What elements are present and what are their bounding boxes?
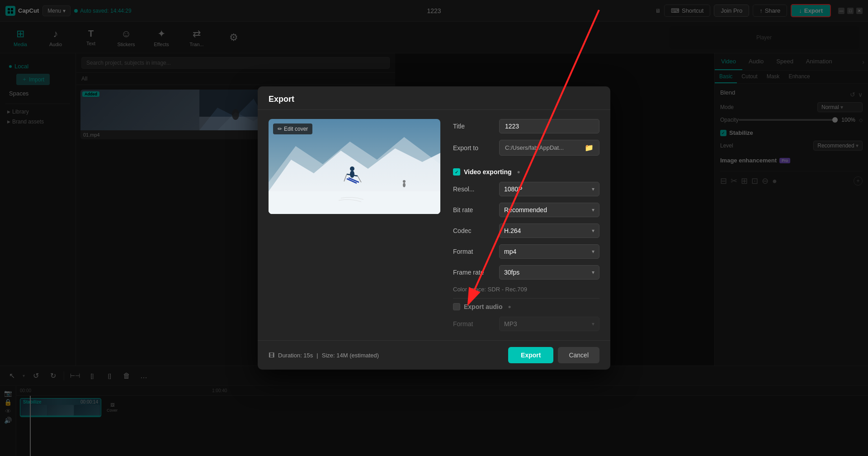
- format-arrow: ▾: [592, 248, 594, 255]
- color-space-text: Color space: SDR - Rec.709: [453, 286, 599, 293]
- codec-select[interactable]: H.264 ▾: [499, 223, 599, 238]
- audio-info-icon: ●: [508, 304, 511, 310]
- resolution-select[interactable]: 1080P ▾: [499, 182, 599, 196]
- framerate-row: Frame rate 30fps ▾: [453, 265, 599, 280]
- svg-point-20: [403, 183, 406, 187]
- resolution-label: Resol...: [453, 185, 494, 193]
- audio-checkbox[interactable]: [453, 303, 460, 310]
- export-modal: Export: [258, 86, 610, 370]
- title-row: Title: [453, 119, 599, 133]
- separator: |: [316, 352, 318, 359]
- cancel-button[interactable]: Cancel: [558, 347, 599, 363]
- preview-image: ✏ Edit cover: [269, 119, 440, 214]
- export-path[interactable]: C:/Users/fab/AppDat... 📁: [499, 140, 599, 156]
- framerate-select[interactable]: 30fps ▾: [499, 265, 599, 280]
- film-icon: 🎞: [269, 352, 274, 359]
- svg-point-13: [350, 171, 354, 178]
- video-checkbox[interactable]: ✓: [453, 168, 460, 176]
- export-to-label: Export to: [453, 144, 494, 152]
- format-select[interactable]: mp4 ▾: [499, 244, 599, 259]
- svg-point-14: [350, 166, 354, 171]
- audio-format-label: Format: [453, 320, 494, 328]
- modal-overlay: Export: [0, 0, 868, 456]
- title-label: Title: [453, 123, 494, 130]
- framerate-arrow: ▾: [592, 269, 594, 276]
- video-exporting-header: ✓ Video exporting ●: [453, 168, 599, 176]
- export-to-row: Export to C:/Users/fab/AppDat... 📁: [453, 140, 599, 156]
- bitrate-arrow: ▾: [592, 207, 594, 213]
- spacer: [453, 162, 599, 166]
- audio-format-arrow: ▾: [592, 321, 594, 327]
- title-input[interactable]: [499, 119, 599, 133]
- folder-icon[interactable]: 📁: [585, 143, 594, 152]
- format-label: Format: [453, 248, 494, 255]
- edit-icon: ✏: [278, 126, 282, 132]
- codec-label: Codec: [453, 227, 494, 234]
- size-text: Size: 14M (estimated): [322, 352, 379, 359]
- codec-arrow: ▾: [592, 228, 594, 234]
- modal-footer: 🎞 Duration: 15s | Size: 14M (estimated) …: [258, 340, 610, 370]
- resolution-row: Resol... 1080P ▾: [453, 182, 599, 196]
- codec-row: Codec H.264 ▾: [453, 223, 599, 238]
- svg-rect-12: [269, 191, 440, 214]
- video-section-title: Video exporting: [464, 168, 512, 176]
- audio-section-title: Export audio: [464, 303, 503, 310]
- section-divider: [453, 298, 599, 299]
- footer-actions: Export Cancel: [508, 347, 599, 363]
- video-info-icon: ●: [517, 169, 520, 175]
- audio-export-header: Export audio ●: [453, 303, 599, 310]
- audio-format-row: Format MP3 ▾: [453, 317, 599, 331]
- modal-body: ✏ Edit cover Title Export to C:/Users/fa…: [258, 110, 610, 340]
- svg-point-21: [403, 180, 406, 183]
- framerate-label: Frame rate: [453, 269, 494, 276]
- export-settings: Title Export to C:/Users/fab/AppDat... 📁…: [453, 119, 599, 331]
- bitrate-select[interactable]: Recommended ▾: [499, 203, 599, 217]
- audio-format-select[interactable]: MP3 ▾: [499, 317, 599, 331]
- edit-cover-button[interactable]: ✏ Edit cover: [273, 124, 312, 134]
- resolution-arrow: ▾: [592, 186, 594, 192]
- modal-preview: ✏ Edit cover: [269, 119, 440, 331]
- duration-text: Duration: 15s: [278, 352, 313, 359]
- modal-header: Export: [258, 86, 610, 110]
- bitrate-row: Bit rate Recommended ▾: [453, 203, 599, 217]
- export-info: 🎞 Duration: 15s | Size: 14M (estimated): [269, 352, 379, 359]
- format-row: Format mp4 ▾: [453, 244, 599, 259]
- bitrate-label: Bit rate: [453, 206, 494, 214]
- export-confirm-button[interactable]: Export: [508, 347, 553, 363]
